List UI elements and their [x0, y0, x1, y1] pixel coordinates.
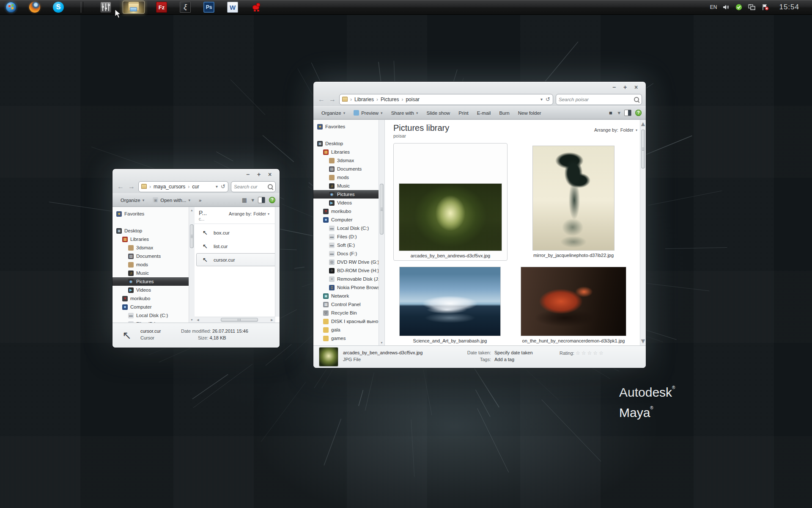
forward-button[interactable]: → — [328, 96, 337, 103]
tree-item[interactable]: ♫ Music — [313, 182, 379, 190]
tree-item[interactable]: ▶ Videos — [112, 286, 189, 294]
tree-item[interactable]: ◎ DVD RW Drive (G:) — [313, 258, 379, 266]
sidebar-scrollbar[interactable]: ▲ ▼ — [189, 207, 195, 323]
file-row[interactable]: ↖ list.cur — [196, 240, 278, 253]
list-vertical-scrollbar[interactable] — [275, 207, 280, 317]
date-taken-value[interactable]: Specify date taken — [494, 350, 558, 357]
tags-value[interactable]: Add a tag — [494, 357, 558, 364]
taskbar-app[interactable]: ξ — [178, 1, 192, 14]
tree-item[interactable]: ▬ Files (D:) — [313, 232, 379, 241]
toolbar-button[interactable]: Organize ▾ — [117, 196, 148, 204]
tree-item[interactable]: ◉ Pictures — [313, 190, 379, 199]
file-thumbnail[interactable]: mirror_by_jacquelinephoto-d37ib22.jpg — [517, 143, 630, 260]
tree-item[interactable]: ▬ Soft (E:) — [313, 241, 379, 249]
toolbar-button[interactable]: Print ▾ — [455, 109, 472, 117]
breadcrumb-segment[interactable]: Libraries — [354, 97, 374, 102]
breadcrumb-segment[interactable]: maya_cursors — [154, 184, 185, 190]
tree-item[interactable]: ▣ Network — [313, 292, 379, 300]
tree-item[interactable]: ■ Computer — [313, 215, 379, 224]
language-indicator[interactable]: EN — [710, 4, 717, 10]
tree-item[interactable]: ♫ Music — [112, 269, 189, 277]
toolbar-button[interactable]: Preview ▾ — [350, 108, 386, 117]
taskbar-app[interactable] — [99, 1, 112, 14]
minimize-button[interactable]: − — [609, 83, 619, 91]
taskbar-app[interactable] — [75, 1, 89, 14]
sidebar-scrollbar[interactable]: ▼ — [379, 120, 384, 345]
rating-stars[interactable]: ☆☆☆☆☆ — [576, 350, 605, 356]
toolbar-button[interactable]: E-mail ▾ — [473, 109, 495, 117]
refresh-button[interactable]: ↺ — [221, 183, 225, 190]
clock[interactable]: 15:54 — [779, 3, 799, 11]
tree-item[interactable] — [313, 131, 379, 139]
toolbar-button[interactable]: Organize ▾ — [318, 109, 349, 117]
toolbar-button[interactable]: Share with ▾ — [387, 109, 422, 117]
tree-item[interactable]: mods — [112, 260, 189, 269]
forward-button[interactable]: → — [127, 183, 136, 190]
scrollbar-thumb[interactable] — [190, 224, 194, 248]
scroll-left-icon[interactable]: ◀ — [195, 318, 200, 322]
change-view-button[interactable]: ▦ — [241, 197, 247, 203]
close-button[interactable]: × — [631, 83, 641, 91]
taskbar-app[interactable]: Ps — [202, 1, 216, 14]
tree-item[interactable]: ▶ Videos — [313, 199, 379, 207]
address-dropdown[interactable]: ▾ — [540, 97, 543, 102]
toolbar-button[interactable]: Burn ▾ — [495, 109, 513, 117]
toolbar-button[interactable]: Slide show ▾ — [423, 109, 454, 117]
network-icon[interactable] — [748, 4, 756, 11]
scroll-up-icon[interactable]: ▲ — [640, 120, 646, 128]
help-button[interactable]: ? — [635, 110, 642, 116]
views-dropdown[interactable]: ▾ — [251, 197, 254, 203]
tree-item[interactable] — [112, 218, 189, 226]
views-dropdown[interactable]: ▾ — [617, 110, 620, 116]
scroll-down-icon[interactable]: ▼ — [640, 337, 646, 345]
tree-item[interactable]: ▬ Local Disk (C:) — [112, 311, 189, 320]
tree-item[interactable]: ▽ Recycle Bin — [313, 309, 379, 317]
tree-item[interactable]: games — [313, 334, 379, 342]
minimize-button[interactable]: − — [243, 171, 252, 178]
file-row[interactable]: ↖ box.cur — [196, 226, 278, 239]
tree-item[interactable]: ◉ Pictures — [112, 277, 189, 286]
help-button[interactable]: ? — [269, 197, 275, 203]
breadcrumb-segment[interactable]: cur — [192, 184, 199, 190]
close-button[interactable]: × — [265, 171, 274, 178]
tree-item[interactable]: ▪ Removable Disk (J:) — [313, 275, 379, 283]
file-thumbnail[interactable]: on_the_hunt_by_necromancerdemon-d3i3pk1.… — [517, 262, 630, 345]
tree-item[interactable]: ■ Computer — [112, 303, 189, 311]
list-horizontal-scrollbar[interactable]: ◀ ▶ — [195, 317, 275, 323]
tree-item[interactable]: mods — [313, 173, 379, 182]
maximize-button[interactable]: + — [620, 83, 630, 91]
address-dropdown[interactable]: ▾ — [216, 184, 218, 189]
speaker-icon[interactable] — [723, 4, 730, 10]
scroll-up-icon[interactable]: ▲ — [190, 207, 193, 213]
scrollbar-thumb[interactable] — [641, 130, 645, 168]
tree-item[interactable]: ▦ Control Panel — [313, 300, 379, 309]
file-thumbnail[interactable]: Science_and_Art_by_barrabash.jpg — [393, 262, 507, 345]
file-row[interactable]: ↖ cursor.cur — [196, 253, 278, 266]
arrange-by[interactable]: Arrange by: Folder ▾ — [229, 211, 269, 216]
tree-item[interactable]: ▦ Libraries — [112, 235, 189, 243]
tree-item[interactable]: gala — [313, 326, 379, 334]
tree-item[interactable]: ▼ morikubo — [112, 294, 189, 303]
tree-item[interactable]: ▣ Desktop — [313, 139, 379, 148]
taskbar-app[interactable] — [123, 1, 145, 14]
taskbar-app[interactable] — [28, 1, 41, 14]
tree-item[interactable]: ▦ Libraries — [313, 148, 379, 156]
maximize-button[interactable]: + — [254, 171, 263, 178]
toolbar-button[interactable]: New folder ▾ — [514, 109, 545, 117]
breadcrumb-segment[interactable]: poisar — [406, 97, 420, 102]
taskbar-app[interactable] — [4, 1, 18, 14]
taskbar-app[interactable]: Fz — [155, 1, 168, 14]
tree-item[interactable]: ▬ Docs (F:) — [313, 249, 379, 258]
tree-item[interactable]: ★ Favorites — [112, 210, 189, 218]
preview-pane-button[interactable] — [624, 110, 631, 116]
scrollbar-thumb[interactable] — [380, 184, 384, 235]
scroll-down-icon[interactable]: ▼ — [190, 317, 193, 322]
tree-item[interactable]: ▬ Files (D:) — [112, 320, 189, 323]
address-bar[interactable]: › maya_cursors › cur ▾ ↺ — [138, 181, 228, 192]
tree-item[interactable]: ○ BD-ROM Drive (H:) ( — [313, 266, 379, 275]
toolbar-button[interactable]: » ▾ — [195, 196, 205, 204]
refresh-button[interactable]: ↺ — [546, 96, 550, 102]
tree-item[interactable]: ▯ Nokia Phone Brows — [313, 283, 379, 292]
file-thumbnail[interactable]: arcades_by_ben_andrews-d3cf5vx.jpg — [393, 143, 508, 261]
taskbar-app[interactable]: S — [52, 1, 65, 14]
